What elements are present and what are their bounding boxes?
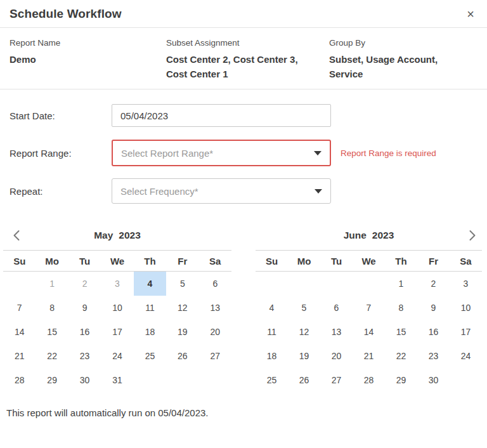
calendar-day[interactable]: 3 [101, 272, 133, 296]
calendar-day[interactable]: 2 [68, 272, 101, 296]
report-range-error: Report Range is required [341, 148, 436, 158]
calendar-day[interactable]: 31 [101, 368, 133, 392]
calendar-day[interactable]: 23 [417, 344, 450, 368]
start-date-row: Start Date: [10, 104, 487, 127]
report-range-row: Report Range: Select Report Range* Repor… [10, 140, 487, 166]
day-of-week-header: Tu [68, 256, 101, 267]
calendar-day[interactable]: 23 [68, 344, 101, 368]
calendar-day[interactable]: 1 [385, 272, 417, 296]
report-range-placeholder: Select Report Range* [121, 148, 213, 159]
calendar-day[interactable]: 28 [353, 368, 385, 392]
day-of-week-header: Su [256, 256, 288, 267]
calendar-day[interactable]: 12 [288, 320, 320, 344]
calendar-day[interactable]: 27 [199, 344, 231, 368]
calendar-day[interactable]: 30 [68, 368, 101, 392]
calendar-day[interactable]: 4 [256, 296, 288, 320]
calendar-day[interactable]: 5 [288, 296, 320, 320]
start-date-input[interactable] [112, 104, 331, 127]
calendar-day[interactable]: 29 [36, 368, 68, 392]
repeat-select[interactable]: Select Frequency* [112, 178, 331, 204]
calendar-day-empty [320, 272, 353, 296]
calendar-day[interactable]: 12 [166, 296, 198, 320]
calendar-day[interactable]: 16 [417, 320, 450, 344]
repeat-placeholder: Select Frequency* [120, 186, 198, 197]
calendar-day-empty [256, 272, 288, 296]
summary-report-name: Report Name Demo [10, 38, 166, 81]
calendar-day[interactable]: 6 [320, 296, 353, 320]
calendar-day[interactable]: 16 [68, 320, 101, 344]
schedule-workflow-dialog: Schedule Workflow × Report Name Demo Sub… [0, 0, 487, 448]
day-of-week-header: Th [385, 256, 417, 267]
calendar-day[interactable]: 14 [353, 320, 385, 344]
calendar-day[interactable]: 10 [101, 296, 133, 320]
day-of-week-header: Mo [36, 256, 68, 267]
summary-label: Group By [329, 38, 477, 48]
dialog-header: Schedule Workflow × [0, 0, 487, 28]
chevron-left-icon[interactable] [8, 227, 25, 244]
calendar-day[interactable]: 6 [199, 272, 231, 296]
calendar-day[interactable]: 1 [36, 272, 68, 296]
calendar-day[interactable]: 18 [256, 344, 288, 368]
calendar-day[interactable]: 26 [288, 368, 320, 392]
calendar-day[interactable]: 25 [256, 368, 288, 392]
calendar-day[interactable]: 19 [166, 320, 198, 344]
close-icon[interactable]: × [464, 6, 477, 22]
calendar-day[interactable]: 20 [199, 320, 231, 344]
calendar-day[interactable]: 10 [450, 296, 482, 320]
calendar-day[interactable]: 11 [256, 320, 288, 344]
calendar-day[interactable]: 8 [385, 296, 417, 320]
calendar-day[interactable]: 18 [134, 320, 166, 344]
calendar-day[interactable]: 8 [36, 296, 68, 320]
calendar-day[interactable]: 28 [3, 368, 36, 392]
chevron-right-icon[interactable] [464, 227, 481, 244]
calendar-day[interactable]: 21 [3, 344, 36, 368]
calendar-day[interactable]: 24 [101, 344, 133, 368]
calendar-day[interactable]: 26 [166, 344, 198, 368]
calendar-day[interactable]: 15 [36, 320, 68, 344]
calendar-header: June2023 [256, 221, 482, 250]
calendar-day-empty [450, 368, 482, 392]
calendar-day[interactable]: 4 [134, 272, 166, 296]
month-name: June [344, 230, 367, 240]
auto-run-note: This report will automatically run on 05… [0, 392, 487, 418]
report-range-label: Report Range: [10, 148, 112, 159]
calendar-day[interactable]: 24 [450, 344, 482, 368]
calendar-day[interactable]: 9 [417, 296, 450, 320]
calendar-day[interactable]: 22 [36, 344, 68, 368]
chevron-down-icon [314, 151, 321, 155]
calendar-day[interactable]: 7 [3, 296, 36, 320]
calendar-day[interactable]: 5 [166, 272, 198, 296]
calendar-grid: 1234567891011121314151617181920212223242… [3, 272, 231, 392]
calendar-day-empty [3, 272, 36, 296]
calendar-day[interactable]: 11 [134, 296, 166, 320]
calendar-day[interactable]: 21 [353, 344, 385, 368]
summary-label: Subset Assignment [166, 38, 329, 48]
calendar-day[interactable]: 7 [353, 296, 385, 320]
calendar-day[interactable]: 25 [134, 344, 166, 368]
calendar-day[interactable]: 3 [450, 272, 482, 296]
day-header-row: SuMoTuWeThFrSa [256, 250, 482, 272]
report-summary: Report Name Demo Subset Assignment Cost … [0, 28, 487, 89]
calendar-day[interactable]: 13 [199, 296, 231, 320]
calendar-day-empty [288, 272, 320, 296]
calendar-day[interactable]: 9 [68, 296, 101, 320]
calendar-day[interactable]: 2 [417, 272, 450, 296]
calendar-day[interactable]: 13 [320, 320, 353, 344]
calendar-month-title: May2023 [94, 230, 141, 241]
calendar-day[interactable]: 27 [320, 368, 353, 392]
summary-value: Demo [10, 52, 166, 67]
calendar-day[interactable]: 30 [417, 368, 450, 392]
calendar-day[interactable]: 14 [3, 320, 36, 344]
summary-label: Report Name [10, 38, 166, 48]
day-of-week-header: We [353, 256, 385, 267]
calendar-day[interactable]: 29 [385, 368, 417, 392]
calendar-day[interactable]: 17 [450, 320, 482, 344]
calendar-day[interactable]: 17 [101, 320, 133, 344]
calendar-day[interactable]: 22 [385, 344, 417, 368]
calendar-day[interactable]: 19 [288, 344, 320, 368]
report-range-select[interactable]: Select Report Range* [112, 140, 331, 166]
calendar-day[interactable]: 15 [385, 320, 417, 344]
repeat-label: Repeat: [10, 186, 112, 197]
summary-value: Subset, Usage Account, Service [329, 52, 477, 81]
calendar-day[interactable]: 20 [320, 344, 353, 368]
